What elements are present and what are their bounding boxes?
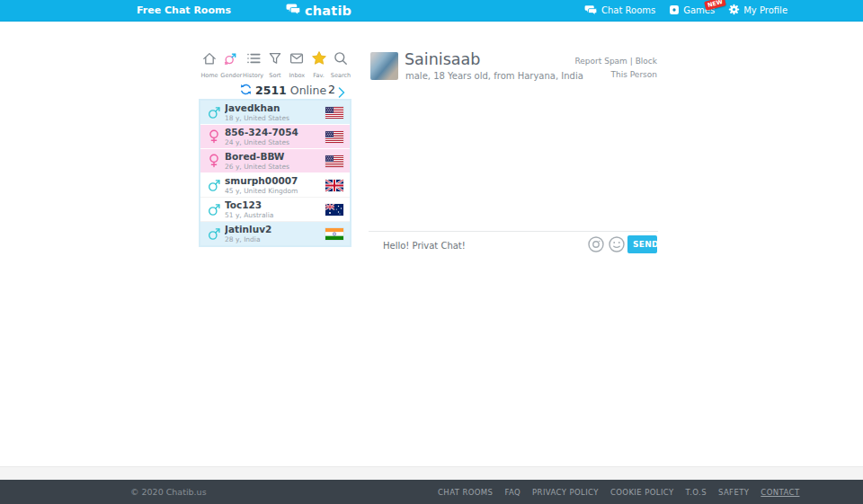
copyright-text: © 2020 Chatib.us	[130, 480, 207, 504]
nav-free-chat-rooms[interactable]: Free Chat Rooms	[137, 0, 231, 21]
user-details: 26 y, United States	[225, 163, 325, 171]
online-label: Online	[290, 84, 326, 97]
user-details: 24 y, United States	[225, 138, 325, 146]
send-button[interactable]: SEND	[627, 235, 657, 253]
us-flag-icon	[325, 107, 343, 119]
action-separator: |	[627, 57, 636, 66]
sort-icon	[267, 50, 283, 70]
user-details: 51 y, Australia	[225, 211, 325, 219]
user-list-item[interactable]: 856-324-7054 24 y, United States	[200, 125, 350, 149]
chat-bubbles-logo-icon	[286, 2, 301, 19]
footer-link-faq[interactable]: FAQ	[504, 488, 520, 497]
toolbar-sort[interactable]: Sort	[264, 50, 286, 79]
tool-label: History	[243, 72, 263, 79]
header-nav: Chat Rooms Games NEW	[584, 0, 787, 21]
male-icon	[206, 106, 222, 119]
gender-icon	[223, 50, 239, 70]
user-name: Javedkhan	[225, 103, 325, 113]
user-name: Toc123	[225, 200, 325, 210]
footer-link-chat-rooms[interactable]: CHAT ROOMS	[438, 488, 493, 497]
toolbar-favorites[interactable]: Fav.	[308, 50, 330, 79]
online-user-list: Javedkhan 18 y, United States 856-324-70	[199, 99, 351, 247]
peer-actions: Report Spam | Block This Person	[565, 55, 657, 82]
refresh-icon[interactable]	[240, 82, 252, 99]
online-count: 2511	[255, 84, 287, 97]
logo-text: chatib	[305, 4, 351, 18]
australia-flag-icon	[325, 204, 343, 216]
star-icon	[311, 50, 327, 70]
chat-bubbles-icon	[584, 4, 598, 17]
game-icon	[669, 4, 680, 17]
nav-chat-rooms-label: Chat Rooms	[601, 5, 655, 15]
male-icon	[206, 203, 222, 217]
male-icon	[206, 179, 222, 192]
user-name: Jatinluv2	[225, 225, 325, 234]
chat-input-divider	[369, 231, 658, 232]
user-list-item[interactable]: Toc123 51 y, Australia	[200, 198, 350, 222]
us-flag-icon	[325, 131, 343, 143]
toolbar-inbox[interactable]: Inbox	[286, 50, 307, 79]
search-icon	[333, 50, 349, 70]
user-list-item[interactable]: smurph00007 45 y, United Kingdom	[200, 173, 350, 198]
new-badge: NEW	[704, 0, 726, 10]
prefooter-strip	[0, 466, 863, 480]
camera-icon[interactable]	[587, 235, 605, 257]
us-flag-icon	[325, 155, 343, 167]
nav-games[interactable]: Games NEW	[669, 4, 715, 17]
footer-link-contact[interactable]: CONTACT	[761, 488, 799, 497]
footer-link-privacy-policy[interactable]: PRIVACY POLICY	[532, 488, 599, 497]
user-name: Bored-BBW	[225, 152, 325, 162]
page-number[interactable]: 2	[328, 83, 335, 96]
toolbar-history[interactable]: History	[243, 50, 264, 79]
nav-my-profile-label: My Profile	[743, 5, 787, 15]
toolbar-home[interactable]: Home	[199, 50, 220, 79]
history-icon	[245, 50, 262, 70]
tool-label: Search	[331, 72, 351, 79]
smiley-icon[interactable]	[608, 235, 626, 257]
tool-label: Inbox	[289, 72, 305, 79]
nav-my-profile[interactable]: My Profile	[728, 4, 787, 17]
logo[interactable]: chatib	[286, 0, 351, 21]
peer-name: Sainisaab	[405, 50, 480, 68]
tool-label: Gender	[220, 72, 242, 79]
female-icon	[206, 154, 222, 168]
toolbar-search[interactable]: Search	[330, 50, 351, 79]
uk-flag-icon	[325, 180, 343, 191]
footer-link-tos[interactable]: T.O.S	[686, 488, 707, 497]
message-input[interactable]	[381, 236, 578, 254]
male-icon	[206, 227, 222, 241]
sidebar-toolbar: Home Gender Hist	[199, 50, 351, 79]
online-counter-row: 2511 Online 2	[199, 82, 351, 98]
page: Free Chat Rooms chatib Chat Rooms	[0, 0, 863, 504]
nav-chat-rooms[interactable]: Chat Rooms	[584, 4, 655, 17]
home-icon	[201, 50, 218, 70]
female-icon	[206, 129, 222, 144]
footer-links: CHAT ROOMS FAQ PRIVACY POLICY COOKIE POL…	[438, 480, 799, 504]
footer-bar: © 2020 Chatib.us CHAT ROOMS FAQ PRIVACY …	[0, 480, 863, 504]
header-bar: Free Chat Rooms chatib Chat Rooms	[0, 0, 863, 22]
gear-icon	[728, 4, 740, 17]
user-list-item[interactable]: Jatinluv2 28 y, India	[200, 222, 350, 245]
peer-avatar	[370, 52, 398, 80]
user-details: 18 y, United States	[225, 114, 325, 122]
footer-link-cookie-policy[interactable]: COOKIE POLICY	[610, 488, 674, 497]
user-list-item[interactable]: Bored-BBW 26 y, United States	[200, 149, 350, 173]
inbox-icon	[289, 50, 305, 70]
tool-label: Fav.	[313, 72, 325, 79]
toolbar-gender[interactable]: Gender	[220, 50, 242, 79]
peer-details: male, 18 Years old, from Haryana, India	[405, 71, 583, 81]
footer-link-safety[interactable]: SAFETY	[718, 488, 749, 497]
tool-label: Sort	[269, 72, 280, 79]
user-list-item[interactable]: Javedkhan 18 y, United States	[200, 101, 350, 125]
user-name: smurph00007	[225, 176, 325, 186]
india-flag-icon	[325, 228, 343, 240]
report-spam-link[interactable]: Report Spam	[574, 57, 627, 66]
user-name: 856-324-7054	[225, 128, 325, 137]
user-details: 45 y, United Kingdom	[225, 187, 325, 195]
tool-label: Home	[200, 72, 218, 79]
user-details: 28 y, India	[225, 235, 325, 243]
